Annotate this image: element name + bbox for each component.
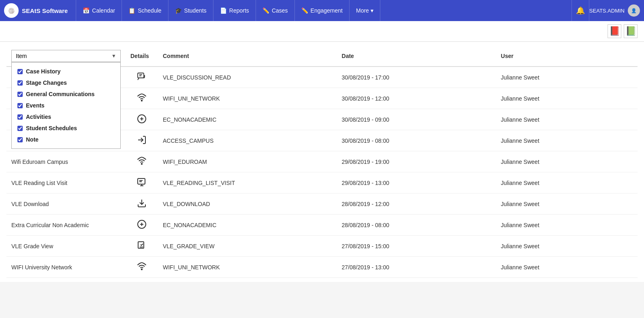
bell-icon: 🔔 bbox=[576, 6, 585, 15]
date-cell: 28/08/2019 - 08:00 bbox=[337, 215, 496, 236]
ec-icon bbox=[137, 224, 147, 230]
date-cell: 29/08/2019 - 13:00 bbox=[337, 172, 496, 193]
icon-cell bbox=[126, 109, 158, 130]
svg-point-3 bbox=[141, 100, 142, 101]
item-name-cell: VLE Download bbox=[6, 193, 126, 215]
checkbox-case-history[interactable] bbox=[17, 69, 23, 74]
dropdown-label-student-schedules: Student Schedules bbox=[26, 125, 77, 131]
nav-reports-label: Reports bbox=[229, 7, 249, 14]
table-row: VLE Download VLE_DOWNLOAD 28/08/2019 - 1… bbox=[6, 193, 638, 215]
checkbox-events[interactable] bbox=[17, 103, 23, 108]
date-cell: 30/08/2019 - 09:00 bbox=[337, 109, 496, 130]
wifi-icon bbox=[137, 97, 147, 104]
dropdown-label-case-history: Case History bbox=[26, 68, 61, 75]
reading-list-icon bbox=[137, 182, 147, 188]
calendar-icon: 📅 bbox=[83, 7, 90, 14]
user-cell: Julianne Sweet bbox=[496, 215, 638, 236]
dropdown-item-case-history[interactable]: Case History bbox=[12, 66, 120, 77]
comment-cell: WIFI_UNI_NETWORK bbox=[158, 257, 337, 278]
dropdown-item-student-schedules[interactable]: Student Schedules bbox=[12, 122, 120, 134]
engagement-icon: ✏️ bbox=[301, 7, 308, 14]
nav-more[interactable]: More ▾ bbox=[350, 0, 380, 21]
grade-icon bbox=[137, 245, 147, 251]
nav-more-label: More ▾ bbox=[356, 7, 373, 14]
date-cell: 27/08/2019 - 15:00 bbox=[337, 236, 496, 257]
dropdown-item-note[interactable]: Note bbox=[12, 134, 120, 145]
download-icon bbox=[137, 203, 147, 209]
date-cell: 30/08/2019 - 17:00 bbox=[337, 67, 496, 88]
nav-calendar[interactable]: 📅 Calendar bbox=[76, 0, 122, 21]
reports-icon: 📄 bbox=[220, 7, 227, 14]
navbar: 🏐 SEAtS Software 📅 Calendar 📋 Schedule 🎓… bbox=[0, 0, 644, 21]
nav-cases-label: Cases bbox=[272, 7, 288, 14]
excel-icon: 📗 bbox=[625, 26, 636, 37]
dropdown-item-general-comms[interactable]: General Communications bbox=[12, 88, 120, 100]
table-row: VLE Reading List Visit VLE_READING_LIST_… bbox=[6, 172, 638, 193]
admin-section: SEATS.ADMIN 👤 bbox=[589, 4, 640, 17]
comment-cell: VLE_DISCUSSION_READ bbox=[158, 67, 337, 88]
checkbox-activities[interactable] bbox=[17, 114, 23, 120]
icon-cell bbox=[126, 172, 158, 193]
user-cell: Julianne Sweet bbox=[496, 236, 638, 257]
pdf-export-button[interactable]: 📕 bbox=[608, 24, 621, 38]
nav-students-label: Students bbox=[184, 7, 207, 14]
checkbox-general-comms[interactable] bbox=[17, 92, 23, 97]
excel-export-button[interactable]: 📗 bbox=[624, 24, 638, 38]
user-cell: Julianne Sweet bbox=[496, 172, 638, 193]
dropdown-label-general-comms: General Communications bbox=[26, 91, 95, 97]
dropdown-item-events[interactable]: Events bbox=[12, 100, 120, 111]
brand-logo: 🏐 bbox=[4, 3, 19, 18]
schedule-icon: 📋 bbox=[128, 7, 135, 14]
item-dropdown-label: Item bbox=[16, 53, 27, 59]
nav-schedule-label: Schedule bbox=[138, 7, 161, 14]
date-cell: 30/08/2019 - 12:00 bbox=[337, 88, 496, 109]
bell-button[interactable]: 🔔 bbox=[571, 0, 589, 21]
add-circle-icon bbox=[137, 118, 147, 125]
item-name-cell: Extra Curricular Non Academic bbox=[6, 215, 126, 236]
table-row: Extra Curricular Non Academic EC_NONACAD… bbox=[6, 215, 638, 236]
details-column-header: Details bbox=[126, 46, 158, 67]
checkbox-note[interactable] bbox=[17, 137, 23, 142]
nav-cases[interactable]: ✏️ Cases bbox=[256, 0, 295, 21]
user-cell: Julianne Sweet bbox=[496, 130, 638, 151]
admin-label: SEATS.ADMIN bbox=[589, 8, 625, 14]
chevron-down-icon: ▼ bbox=[111, 53, 116, 59]
nav-schedule[interactable]: 📋 Schedule bbox=[122, 0, 168, 21]
nav-reports[interactable]: 📄 Reports bbox=[213, 0, 256, 21]
nav-calendar-label: Calendar bbox=[92, 7, 115, 14]
icon-cell bbox=[126, 236, 158, 257]
date-cell: 28/08/2019 - 12:00 bbox=[337, 193, 496, 215]
comment-cell: EC_NONACADEMIC bbox=[158, 109, 337, 130]
avatar: 👤 bbox=[628, 4, 640, 17]
dropdown-item-activities[interactable]: Activities bbox=[12, 111, 120, 122]
main-content: Item ▼ Case History Stage Changes bbox=[0, 42, 644, 282]
comment-cell: EC_NONACADEMIC bbox=[158, 215, 337, 236]
wifi-uni-icon bbox=[137, 266, 147, 273]
comment-cell: VLE_DOWNLOAD bbox=[158, 193, 337, 215]
brand: 🏐 SEAtS Software bbox=[4, 3, 68, 18]
wifi-eduroam-icon bbox=[137, 161, 147, 167]
data-table: Item ▼ Case History Stage Changes bbox=[6, 46, 638, 278]
dropdown-label-activities: Activities bbox=[26, 114, 51, 120]
user-cell: Julianne Sweet bbox=[496, 151, 638, 172]
item-dropdown-button[interactable]: Item ▼ bbox=[11, 50, 121, 62]
dropdown-item-stage-changes[interactable]: Stage Changes bbox=[12, 77, 120, 88]
checkbox-stage-changes[interactable] bbox=[17, 80, 23, 86]
icon-cell bbox=[126, 193, 158, 215]
user-column-header: User bbox=[496, 46, 638, 67]
toolbar: 📕 📗 bbox=[0, 21, 644, 42]
comment-cell: VLE_GRADE_VIEW bbox=[158, 236, 337, 257]
nav-students[interactable]: 🎓 Students bbox=[168, 0, 213, 21]
brand-name: SEAtS Software bbox=[22, 7, 68, 14]
checkbox-student-schedules[interactable] bbox=[17, 126, 23, 131]
item-column-header: Item ▼ Case History Stage Changes bbox=[6, 46, 126, 67]
svg-point-20 bbox=[141, 269, 142, 270]
students-icon: 🎓 bbox=[175, 7, 182, 14]
table-row: Wifi Eduroam Campus WIFI_EDUROAM 29/08/2… bbox=[6, 151, 638, 172]
nav-engagement[interactable]: ✏️ Engagement bbox=[295, 0, 350, 21]
comment-cell: VLE_READING_LIST_VISIT bbox=[158, 172, 337, 193]
icon-cell bbox=[126, 88, 158, 109]
comment-cell: WIFI_EDUROAM bbox=[158, 151, 337, 172]
icon-cell bbox=[126, 215, 158, 236]
comment-column-header: Comment bbox=[158, 46, 337, 67]
